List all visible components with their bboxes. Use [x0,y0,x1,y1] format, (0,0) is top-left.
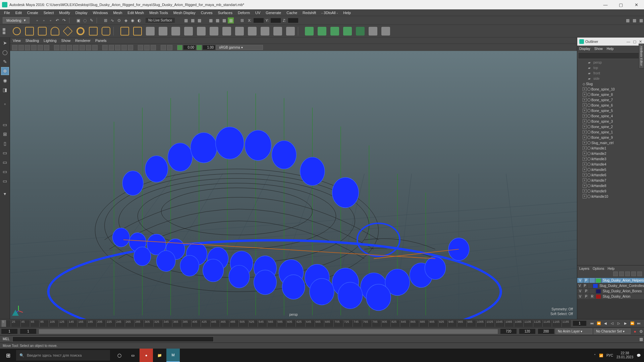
step-fwd-key-icon[interactable]: ⏩ [629,320,635,326]
menu-meshtools[interactable]: Mesh Tools [147,10,170,15]
play-fwd-icon[interactable]: ▷ [616,320,622,326]
vp-grease-icon[interactable] [44,45,49,50]
menu-deform[interactable]: Deform [235,10,253,15]
vp-gate-mask-icon[interactable] [73,45,78,50]
vp-far-icon[interactable] [197,45,202,50]
range-start[interactable]: 1 [1,329,17,334]
layout-single-icon[interactable]: ▭ [1,121,9,129]
menu-editmesh[interactable]: Edit Mesh [125,10,147,15]
lay-menu-options[interactable]: Options [593,267,604,270]
layer-new-selected-icon[interactable] [631,272,636,276]
menu-modify[interactable]: Modify [56,10,72,15]
vp-bookmark-icon[interactable] [25,45,30,50]
vp-xray-icon[interactable] [144,45,150,50]
layer-row[interactable]: VPSlug_Dusky_Arion_Controlles [577,283,644,288]
notifications-icon[interactable]: 💬 [637,354,641,357]
move-tool-icon[interactable]: ✥ [1,67,9,75]
menu-select[interactable]: Select [41,10,57,15]
autokey-icon[interactable]: ● [632,328,638,335]
maximize-button[interactable]: ▢ [613,0,629,9]
range-end2[interactable]: 200 [538,329,554,334]
mel-label[interactable]: MEL [0,337,12,341]
outliner-close-icon[interactable]: ✕ [639,40,642,44]
poly-cylinder-icon[interactable] [37,26,48,37]
layer-delete-icon[interactable] [637,272,642,276]
outliner-item[interactable]: +ikHandle7 [578,178,644,183]
outliner-item[interactable]: +ikHandle4 [578,162,644,167]
menu-dtoall[interactable]: - 3DtoAll - [319,10,340,15]
bevel-icon[interactable] [196,26,207,37]
menu-redshift[interactable]: Redshift [300,10,319,15]
script-editor-icon[interactable]: ▦ [638,336,644,342]
menu-create[interactable]: Create [24,10,41,15]
snap-live-icon[interactable]: ◉ [129,17,136,23]
rotate-tool-icon[interactable]: ◉ [1,76,9,84]
outliner-search[interactable] [578,52,643,59]
near-clip-value[interactable]: 0.00 [183,45,196,50]
menu-uv[interactable]: UV [253,10,263,15]
outliner-item[interactable]: +Bone_spine_6 [578,103,644,108]
vp-menu-lighting[interactable]: Lighting [44,39,57,43]
vp-image-plane-icon[interactable] [31,45,37,50]
boolean-icon[interactable] [145,26,156,37]
snap-view-icon[interactable]: ◐ [136,17,142,23]
outliner-item[interactable]: +Bone_spine_4 [578,113,644,119]
vp-menu-show[interactable]: Show [61,39,71,43]
menu-file[interactable]: File [1,10,13,15]
smooth-icon[interactable] [158,26,168,37]
vp-safe2-icon[interactable] [92,45,98,50]
menu-edit[interactable]: Edit [13,10,24,15]
play-back-icon[interactable]: ◁ [609,320,615,326]
vp-expose-icon[interactable] [161,45,166,50]
outliner-item[interactable]: +ikHandle8 [578,183,644,188]
last-tool-icon[interactable]: ▫ [1,100,9,108]
sidebar-toggle-icon[interactable]: ▦ [625,17,631,23]
outliner-item[interactable]: +Bone_spine_1 [578,129,644,135]
outliner-item[interactable]: +Bone_spine_7 [578,97,644,103]
task-view-icon[interactable]: ▭ [126,349,140,362]
vp-lock-cam-icon[interactable] [18,45,24,50]
layer-move-down-icon[interactable] [619,272,624,276]
redshift6-icon[interactable] [368,26,378,37]
maya-taskbar-icon[interactable]: M [166,349,180,362]
tray-lang[interactable]: РУС [606,354,613,357]
poly-prism-icon[interactable] [88,26,99,37]
x-input[interactable] [254,18,264,23]
outl-menu-display[interactable]: Display [579,47,590,51]
snap-point-icon[interactable]: ⊙ [116,17,122,23]
custom-layout-icon[interactable]: ▾ [1,190,9,198]
vp-lights-icon[interactable] [121,45,127,50]
menu-generate[interactable]: Generate [263,10,284,15]
vp-menu-view[interactable]: View [13,39,21,43]
layer-row[interactable]: VPRSlug_Dusky_Arion [577,294,644,299]
vp-menu-renderer[interactable]: Renderer [75,39,91,43]
far-clip-value[interactable]: 1.00 [203,45,215,50]
vp-menu-panels[interactable]: Panels [95,39,107,43]
menu-curves[interactable]: Curves [198,10,215,15]
separate-icon[interactable] [132,26,143,37]
extrude-icon[interactable] [170,26,181,37]
outliner-item[interactable]: +ikHandle3 [578,156,644,162]
outliner-item[interactable]: +ikHandle2 [578,151,644,156]
start-button[interactable]: ⊞ [0,349,16,362]
explorer-icon[interactable]: 📁 [153,349,166,362]
scale-tool-icon[interactable]: ◨ [1,86,9,94]
step-back-icon[interactable]: ◀ [602,320,608,326]
render-icon[interactable]: ▦ [208,17,214,23]
vp-menu-shading[interactable]: Shading [25,39,39,43]
current-frame[interactable]: 1 [573,321,586,326]
redshift1-icon[interactable] [304,26,315,37]
menu-surfaces[interactable]: Surfaces [215,10,235,15]
close-button[interactable]: ✕ [629,0,644,9]
range-end[interactable]: 120 [519,329,535,334]
layout-four-icon[interactable]: ⊞ [1,130,9,138]
viewport-canvas[interactable]: Symmetry: Off Soft Select: Off persp [10,51,577,319]
outliner-item[interactable]: +ikHandle9 [578,188,644,194]
menu-windows[interactable]: Windows [90,10,111,15]
layer-row[interactable]: VPSlug_Dusky_Arion_Helpers [577,278,644,283]
step-fwd-icon[interactable]: ▶ [623,320,629,326]
sculpt-icon[interactable] [247,26,258,37]
time-slider[interactable]: 5254565851051251451651852052252452652853… [0,319,644,327]
poly-plane-icon[interactable] [62,26,73,37]
outliner-item[interactable]: ◇Slug [578,81,644,86]
